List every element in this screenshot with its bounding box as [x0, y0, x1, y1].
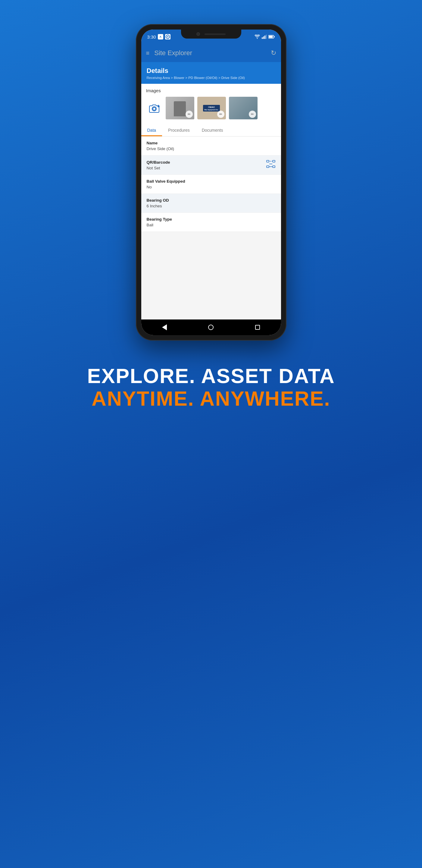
edit-badge-2[interactable]: ✏: [217, 111, 224, 118]
svg-rect-7: [274, 36, 275, 37]
barcode-icon[interactable]: [266, 160, 275, 170]
svg-rect-12: [267, 160, 269, 162]
field-name-label: Name: [147, 141, 275, 145]
add-photo-button[interactable]: [146, 98, 163, 119]
camera-notch: [181, 30, 241, 38]
bottom-nav: [141, 319, 281, 335]
image-thumb-3[interactable]: ✏: [229, 97, 258, 119]
breadcrumb: Receiving Area > Blower > PD Blower (Oil…: [147, 76, 275, 80]
content-area: Images: [141, 84, 281, 319]
recents-button[interactable]: [252, 321, 264, 333]
svg-rect-2: [262, 37, 263, 39]
tabs-bar: Data Procedures Documents: [141, 124, 281, 136]
field-bearing-type-label: Bearing Type: [147, 217, 275, 221]
image-thumb-2[interactable]: ≡MAC Mac Equipment Inc. ✏: [197, 97, 226, 119]
images-label: Images: [146, 88, 276, 93]
svg-rect-5: [266, 35, 267, 39]
status-time: 3:30: [147, 34, 156, 39]
field-qrbarcode: QR/Barcode Not Set: [141, 156, 281, 175]
speaker: [204, 33, 226, 35]
field-qrbarcode-row: QR/Barcode Not Set: [147, 160, 275, 170]
svg-rect-15: [272, 166, 275, 167]
app-bar: ≡ Site Explorer ↻: [141, 44, 281, 62]
field-name: Name Drive Side (Oil): [141, 136, 281, 156]
svg-rect-13: [272, 160, 275, 162]
phone-device: 3:30 A: [136, 24, 287, 341]
notification-icon-b: [165, 34, 170, 39]
camera-icon: [149, 103, 160, 113]
back-icon: [162, 324, 167, 330]
details-title: Details: [147, 67, 275, 75]
svg-rect-4: [264, 36, 265, 39]
battery-icon: [268, 35, 275, 38]
home-icon: [208, 324, 214, 330]
home-button[interactable]: [205, 321, 217, 333]
svg-rect-8: [269, 36, 272, 38]
wifi-icon: [255, 35, 260, 39]
field-qrbarcode-label: QR/Barcode: [147, 160, 170, 164]
tagline: EXPLORE. ASSET DATA ANYTIME. ANYWHERE.: [87, 365, 335, 410]
status-left: 3:30 A: [147, 34, 170, 39]
details-header: Details Receiving Area > Blower > PD Blo…: [141, 62, 281, 84]
field-ball-valve-value: No: [147, 185, 275, 189]
svg-rect-14: [267, 166, 269, 167]
field-bearing-od-label: Bearing OD: [147, 198, 275, 203]
tab-documents[interactable]: Documents: [196, 124, 229, 136]
status-icons: [255, 35, 275, 39]
notification-icon-a: A: [158, 34, 163, 39]
tab-data[interactable]: Data: [141, 124, 162, 136]
image-thumb-1[interactable]: ✏: [166, 97, 194, 119]
svg-point-9: [153, 107, 156, 110]
field-bearing-od-value: 6 Inches: [147, 204, 275, 208]
tagline-line1: EXPLORE. ASSET DATA: [87, 365, 335, 387]
phone-screen: 3:30 A: [141, 30, 281, 335]
app-title: Site Explorer: [154, 49, 266, 57]
field-bearing-od: Bearing OD 6 Inches: [141, 194, 281, 213]
edit-badge-1[interactable]: ✏: [186, 111, 193, 118]
field-ball-valve-label: Ball Valve Equipped: [147, 179, 275, 184]
tab-procedures[interactable]: Procedures: [162, 124, 196, 136]
svg-point-1: [167, 36, 168, 37]
field-ball-valve: Ball Valve Equipped No: [141, 175, 281, 194]
field-name-value: Drive Side (Oil): [147, 147, 275, 151]
images-row: ✏ ≡MAC Mac Equipment Inc. ✏: [146, 97, 276, 119]
field-qrbarcode-value: Not Set: [147, 166, 170, 170]
images-section: Images: [141, 84, 281, 124]
field-bearing-type-value: Ball: [147, 223, 275, 227]
recents-icon: [255, 325, 260, 330]
signal-icon: [262, 35, 267, 39]
field-bearing-type: Bearing Type Ball: [141, 213, 281, 232]
svg-rect-3: [263, 36, 264, 39]
hamburger-icon[interactable]: ≡: [146, 50, 150, 56]
data-list: Name Drive Side (Oil) QR/Barcode Not Set: [141, 136, 281, 319]
edit-badge-3[interactable]: ✏: [249, 111, 256, 118]
refresh-icon[interactable]: ↻: [271, 49, 276, 57]
mac-label: ≡MAC Mac Equipment Inc.: [203, 105, 220, 112]
camera-lens: [196, 32, 200, 36]
back-button[interactable]: [158, 321, 170, 333]
tagline-line2: ANYTIME. ANYWHERE.: [87, 387, 335, 410]
field-qrbarcode-content: QR/Barcode Not Set: [147, 160, 170, 170]
barcode-scan-icon: [266, 160, 275, 168]
